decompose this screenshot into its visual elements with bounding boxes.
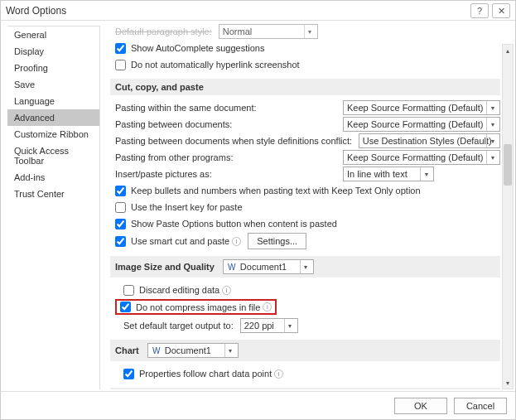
dialog-footer: OK Cancel bbox=[1, 391, 515, 419]
insert-key-checkbox[interactable]: Use the Insert key for paste bbox=[115, 202, 243, 213]
sidebar-item-addins[interactable]: Add-ins bbox=[7, 169, 99, 186]
target-output-label: Set default target output to: bbox=[123, 321, 234, 331]
section-image-size: Image Size and Quality W Document1 ▾ bbox=[110, 256, 500, 278]
sidebar-item-language[interactable]: Language bbox=[7, 93, 99, 109]
scroll-up-arrow[interactable]: ▴ bbox=[503, 45, 513, 56]
content-pane: Default paragraph style: Normal ▾ Show A… bbox=[100, 21, 515, 389]
window-title: Word Options bbox=[6, 1, 467, 21]
discard-editing-checkbox[interactable]: Discard editing data bbox=[123, 285, 219, 296]
chevron-down-icon: ▾ bbox=[284, 319, 296, 332]
sidebar-item-general[interactable]: General bbox=[7, 27, 99, 43]
sidebar-item-advanced[interactable]: Advanced bbox=[7, 109, 99, 126]
chart-document-combo[interactable]: W Document1 ▾ bbox=[147, 343, 239, 358]
info-icon: i bbox=[274, 369, 283, 379]
chevron-down-icon: ▾ bbox=[300, 260, 311, 273]
chevron-down-icon: ▾ bbox=[486, 118, 498, 131]
scroll-down-arrow[interactable]: ▾ bbox=[503, 377, 513, 389]
sidebar-item-display[interactable]: Display bbox=[7, 43, 99, 60]
sidebar-item-quick-access[interactable]: Quick Access Toolbar bbox=[7, 142, 99, 169]
sidebar-item-trust-center[interactable]: Trust Center bbox=[7, 186, 99, 202]
chevron-down-icon: ▾ bbox=[486, 101, 498, 114]
keep-bullets-checkbox[interactable]: Keep bullets and numbers when pasting te… bbox=[115, 186, 421, 196]
chevron-down-icon: ▾ bbox=[486, 151, 498, 164]
sidebar-item-customize-ribbon[interactable]: Customize Ribbon bbox=[7, 126, 99, 142]
section-chart: Chart W Document1 ▾ bbox=[110, 340, 500, 361]
hyperlink-screenshot-checkbox[interactable]: Do not automatically hyperlink screensho… bbox=[115, 60, 300, 70]
insert-pictures-combo[interactable]: In line with text ▾ bbox=[343, 167, 434, 181]
scroll-thumb[interactable] bbox=[504, 144, 512, 186]
sidebar: General Display Proofing Save Language A… bbox=[7, 26, 100, 389]
no-compress-checkbox[interactable]: Do not compress images in file bbox=[120, 302, 260, 312]
sidebar-item-save[interactable]: Save bbox=[7, 76, 99, 93]
default-paragraph-combo[interactable]: Normal ▾ bbox=[219, 24, 318, 39]
info-icon: i bbox=[263, 302, 272, 311]
paste-options-checkbox[interactable]: Show Paste Options button when content i… bbox=[115, 219, 337, 229]
chart-properties-checkbox[interactable]: Properties follow chart data point bbox=[123, 369, 272, 379]
pasting-between-label: Pasting between documents: bbox=[115, 119, 322, 129]
vertical-scrollbar[interactable]: ▴ ▾ bbox=[502, 44, 514, 389]
target-output-combo[interactable]: 220 ppi ▾ bbox=[240, 318, 298, 333]
word-doc-icon: W bbox=[152, 345, 162, 355]
chevron-down-icon: ▾ bbox=[486, 134, 498, 147]
settings-button[interactable]: Settings... bbox=[248, 233, 306, 249]
sidebar-item-proofing[interactable]: Proofing bbox=[7, 60, 99, 76]
cancel-button[interactable]: Cancel bbox=[454, 398, 507, 414]
pasting-between-combo[interactable]: Keep Source Formatting (Default) ▾ bbox=[343, 117, 500, 132]
smart-cut-checkbox[interactable]: Use smart cut and paste bbox=[115, 236, 229, 247]
section-cut-copy-paste: Cut, copy, and paste bbox=[110, 79, 500, 95]
chevron-down-icon: ▾ bbox=[420, 167, 432, 181]
highlighted-option: Do not compress images in file i bbox=[115, 299, 277, 315]
info-icon: i bbox=[222, 286, 231, 295]
pasting-other-label: Pasting from other programs: bbox=[115, 152, 322, 162]
image-document-combo[interactable]: W Document1 ▾ bbox=[223, 259, 314, 274]
default-paragraph-label: Default paragraph style: bbox=[115, 27, 212, 36]
close-button[interactable]: ✕ bbox=[492, 3, 510, 18]
help-button[interactable]: ? bbox=[470, 3, 489, 18]
pasting-within-combo[interactable]: Keep Source Formatting (Default) ▾ bbox=[343, 100, 500, 115]
ok-button[interactable]: OK bbox=[394, 398, 447, 414]
info-icon: i bbox=[232, 237, 241, 246]
pasting-within-label: Pasting within the same document: bbox=[115, 103, 322, 113]
pasting-other-combo[interactable]: Keep Source Formatting (Default) ▾ bbox=[343, 150, 500, 165]
insert-pictures-label: Insert/paste pictures as: bbox=[115, 169, 322, 179]
pasting-between-styles-label: Pasting between documents when style def… bbox=[115, 136, 359, 146]
pasting-between-styles-combo[interactable]: Use Destination Styles (Default) ▾ bbox=[359, 133, 500, 148]
autocomplete-checkbox[interactable]: Show AutoComplete suggestions bbox=[115, 43, 264, 54]
chevron-down-icon: ▾ bbox=[304, 25, 316, 38]
titlebar: Word Options ? ✕ bbox=[1, 1, 515, 21]
chevron-down-icon: ▾ bbox=[224, 344, 236, 357]
word-doc-icon: W bbox=[227, 262, 237, 272]
section-show-document: Show document content bbox=[110, 388, 500, 389]
